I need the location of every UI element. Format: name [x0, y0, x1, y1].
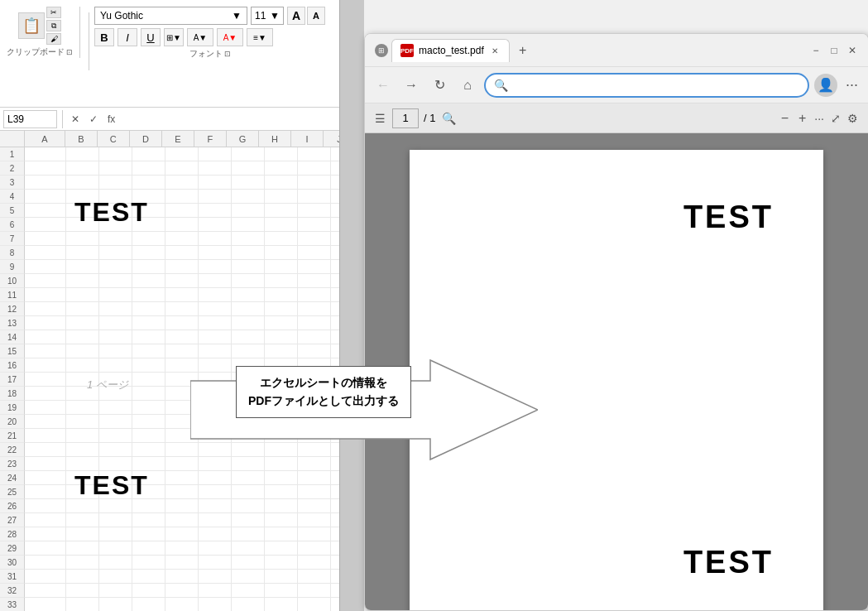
grid-cell[interactable]	[232, 274, 265, 288]
grid-cell[interactable]	[199, 161, 232, 176]
table-row[interactable]: 32	[0, 584, 356, 598]
grid-cell[interactable]	[132, 176, 165, 190]
grid-cell[interactable]	[99, 513, 132, 527]
grid-cell[interactable]	[132, 429, 165, 443]
table-row[interactable]: 28	[0, 527, 356, 541]
table-row[interactable]: 25	[0, 485, 356, 499]
table-row[interactable]: 2	[0, 161, 356, 176]
grid-cell[interactable]	[298, 204, 331, 218]
grid-cell[interactable]	[232, 260, 265, 274]
grid-cell[interactable]	[99, 499, 132, 513]
refresh-button[interactable]: ↻	[428, 74, 451, 97]
grid-cell[interactable]	[232, 218, 265, 232]
grid-cell[interactable]	[199, 598, 232, 611]
grid-cell[interactable]	[99, 443, 132, 457]
grid-cell[interactable]	[298, 541, 331, 556]
grid-cell[interactable]	[199, 204, 232, 218]
table-row[interactable]: 27	[0, 513, 356, 527]
back-button[interactable]: ←	[372, 74, 395, 97]
grid-cell[interactable]	[66, 344, 99, 358]
grid-cell[interactable]	[66, 330, 99, 344]
grid-cell[interactable]	[66, 288, 99, 302]
grid-cell[interactable]	[232, 190, 265, 204]
grid-cell[interactable]	[132, 373, 165, 387]
table-row[interactable]: 3	[0, 176, 356, 190]
grid-cell[interactable]	[66, 556, 99, 570]
grid-cell[interactable]	[99, 232, 132, 246]
page-number-input[interactable]: 1	[392, 108, 419, 128]
grid-cell[interactable]	[25, 584, 66, 598]
grid-cell[interactable]	[165, 541, 199, 556]
grid-cell[interactable]	[165, 471, 199, 485]
cancel-formula-btn[interactable]: ✕	[68, 113, 83, 125]
table-row[interactable]: 29	[0, 541, 356, 556]
grid-cell[interactable]	[298, 147, 331, 161]
grid-cell[interactable]	[199, 260, 232, 274]
grid-cell[interactable]	[66, 358, 99, 373]
grid-cell[interactable]	[165, 176, 199, 190]
table-row[interactable]: 6	[0, 218, 356, 232]
col-header-i[interactable]: I	[291, 131, 324, 147]
table-row[interactable]: 11	[0, 288, 356, 302]
grid-cell[interactable]	[25, 570, 66, 584]
grid-cell[interactable]	[165, 570, 199, 584]
grid-cell[interactable]	[199, 527, 232, 541]
grid-cell[interactable]	[265, 302, 298, 316]
grid-cell[interactable]	[66, 541, 99, 556]
grid-cell[interactable]	[25, 471, 66, 485]
grid-cell[interactable]	[232, 161, 265, 176]
history-icon[interactable]: ⊞	[375, 44, 388, 57]
grid-cell[interactable]	[265, 190, 298, 204]
grid-cell[interactable]	[66, 260, 99, 274]
grid-cell[interactable]	[232, 598, 265, 611]
grid-cell[interactable]	[265, 204, 298, 218]
grid-cell[interactable]	[199, 499, 232, 513]
italic-button[interactable]: I	[117, 28, 137, 46]
grid-cell[interactable]	[25, 373, 66, 387]
grid-cell[interactable]	[232, 541, 265, 556]
grid-cell[interactable]	[265, 541, 298, 556]
grid-cell[interactable]	[165, 513, 199, 527]
table-row[interactable]: 30	[0, 556, 356, 570]
grid-cell[interactable]	[99, 556, 132, 570]
grid-cell[interactable]	[66, 232, 99, 246]
grid-cell[interactable]	[132, 401, 165, 415]
grid-cell[interactable]	[66, 246, 99, 260]
grid-cell[interactable]	[25, 302, 66, 316]
grid-cell[interactable]	[232, 302, 265, 316]
grid-cell[interactable]	[199, 246, 232, 260]
col-header-e[interactable]: E	[162, 131, 194, 147]
grid-cell[interactable]	[132, 161, 165, 176]
table-row[interactable]: 14	[0, 330, 356, 344]
grid-cell[interactable]	[232, 176, 265, 190]
grid-cell[interactable]	[25, 598, 66, 611]
col-header-a[interactable]: A	[25, 131, 65, 147]
grid-cell[interactable]	[298, 260, 331, 274]
grid-cell[interactable]	[199, 556, 232, 570]
grid-cell[interactable]	[165, 584, 199, 598]
grid-cell[interactable]	[132, 288, 165, 302]
grid-cell[interactable]	[165, 598, 199, 611]
grid-cell[interactable]	[25, 316, 66, 330]
col-header-h[interactable]: H	[259, 131, 291, 147]
grid-cell[interactable]	[199, 232, 232, 246]
grid-cell[interactable]	[25, 161, 66, 176]
grid-cell[interactable]	[298, 570, 331, 584]
grid-cell[interactable]	[265, 513, 298, 527]
forward-button[interactable]: →	[400, 74, 423, 97]
grid-cell[interactable]	[199, 570, 232, 584]
grid-cell[interactable]	[25, 513, 66, 527]
grid-cell[interactable]	[66, 415, 99, 429]
grid-cell[interactable]	[265, 218, 298, 232]
grid-cell[interactable]	[25, 401, 66, 415]
table-row[interactable]: 9	[0, 260, 356, 274]
grid-cell[interactable]	[99, 570, 132, 584]
grid-cell[interactable]	[99, 358, 132, 373]
grid-cell[interactable]	[199, 288, 232, 302]
grid-cell[interactable]	[25, 457, 66, 471]
grid-cell[interactable]	[99, 274, 132, 288]
grid-cell[interactable]	[199, 302, 232, 316]
grid-cell[interactable]	[132, 316, 165, 330]
grid-cell[interactable]	[165, 232, 199, 246]
grid-cell[interactable]	[25, 556, 66, 570]
